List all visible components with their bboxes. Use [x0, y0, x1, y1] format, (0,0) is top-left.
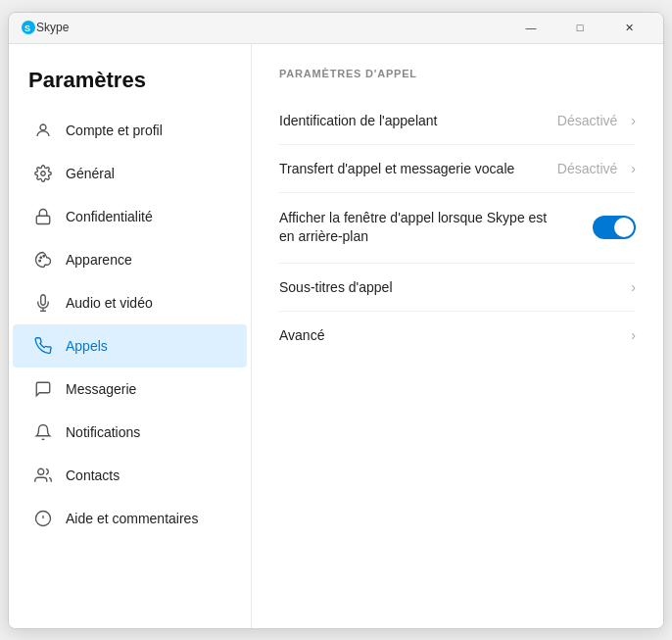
chevron-icon-sous-titres: ›	[631, 279, 636, 295]
minimize-button[interactable]: —	[508, 12, 553, 43]
main-content: Paramètres Compte et profil	[9, 44, 663, 628]
svg-point-3	[41, 171, 46, 175]
setting-label-identification: Identification de l'appelant	[279, 113, 557, 128]
svg-point-2	[40, 124, 46, 130]
sidebar-item-audio-label: Audio et vidéo	[66, 295, 153, 311]
setting-row-transfert[interactable]: Transfert d'appel et messagerie vocale D…	[279, 145, 636, 193]
setting-row-afficher[interactable]: Afficher la fenêtre d'appel lorsque Skyp…	[279, 193, 636, 264]
setting-right-afficher	[593, 216, 636, 239]
sidebar-item-appels[interactable]: Appels	[13, 324, 247, 368]
setting-right-sous-titres: ›	[631, 279, 636, 295]
contacts-icon	[32, 465, 54, 486]
paint-icon	[32, 249, 54, 271]
chevron-icon-avance: ›	[631, 327, 636, 343]
person-icon	[32, 120, 54, 141]
setting-label-transfert: Transfert d'appel et messagerie vocale	[279, 161, 557, 176]
setting-value-transfert: Désactivé	[557, 161, 617, 176]
phone-icon	[32, 335, 54, 357]
section-title: PARAMÈTRES D'APPEL	[279, 68, 636, 79]
setting-label-sous-titres: Sous-titres d'appel	[279, 279, 631, 295]
sidebar-item-appels-label: Appels	[66, 338, 108, 354]
svg-point-6	[40, 257, 42, 259]
svg-point-5	[39, 260, 41, 262]
setting-right-transfert: Désactivé ›	[557, 161, 636, 176]
sidebar-item-aide[interactable]: Aide et commentaires	[13, 497, 247, 540]
sidebar-item-messagerie[interactable]: Messagerie	[13, 368, 247, 411]
sidebar-item-notifications[interactable]: Notifications	[13, 411, 247, 454]
app-window: S Skype — □ ✕ Paramètres Compte et profi…	[8, 12, 664, 629]
lock-icon	[32, 206, 54, 227]
setting-row-sous-titres[interactable]: Sous-titres d'appel ›	[279, 264, 636, 312]
close-button[interactable]: ✕	[606, 12, 651, 43]
sidebar-item-messagerie-label: Messagerie	[66, 381, 136, 397]
sidebar-item-compte-label: Compte et profil	[66, 123, 163, 138]
titlebar-controls: — □ ✕	[508, 12, 651, 43]
info-icon	[32, 508, 54, 529]
sidebar-item-confidentialite[interactable]: Confidentialité	[13, 195, 247, 238]
titlebar: S Skype — □ ✕	[9, 13, 663, 44]
setting-label-avance: Avancé	[279, 327, 631, 343]
chevron-icon-identification: ›	[631, 113, 636, 128]
setting-row-avance[interactable]: Avancé ›	[279, 312, 636, 359]
setting-row-identification[interactable]: Identification de l'appelant Désactivé ›	[279, 97, 636, 145]
chat-icon	[32, 378, 54, 400]
svg-point-10	[38, 468, 44, 474]
sidebar-item-notifications-label: Notifications	[66, 424, 140, 440]
sidebar-item-general[interactable]: Général	[13, 152, 247, 195]
toggle-afficher[interactable]	[593, 216, 636, 239]
setting-right-avance: ›	[631, 327, 636, 343]
sidebar-item-general-label: Général	[66, 166, 115, 181]
chevron-icon-transfert: ›	[631, 161, 636, 176]
sidebar-title: Paramètres	[9, 44, 251, 109]
settings-panel: PARAMÈTRES D'APPEL Identification de l'a…	[252, 44, 663, 628]
maximize-button[interactable]: □	[557, 12, 602, 43]
skype-icon: S	[21, 20, 36, 35]
svg-point-7	[43, 255, 45, 257]
svg-text:S: S	[24, 24, 30, 33]
sidebar-item-compte[interactable]: Compte et profil	[13, 109, 247, 152]
setting-value-identification: Désactivé	[557, 113, 617, 128]
sidebar-item-contacts[interactable]: Contacts	[13, 454, 247, 497]
sidebar-item-aide-label: Aide et commentaires	[66, 511, 198, 526]
sidebar-item-audio[interactable]: Audio et vidéo	[13, 281, 247, 324]
gear-icon	[32, 163, 54, 184]
sidebar-item-apparence-label: Apparence	[66, 252, 132, 268]
sidebar: Paramètres Compte et profil	[9, 44, 252, 628]
setting-right-identification: Désactivé ›	[557, 113, 636, 128]
sidebar-item-apparence[interactable]: Apparence	[13, 238, 247, 281]
sidebar-item-contacts-label: Contacts	[66, 468, 120, 483]
sidebar-item-confidentialite-label: Confidentialité	[66, 209, 153, 224]
mic-icon	[32, 292, 54, 314]
setting-label-afficher: Afficher la fenêtre d'appel lorsque Skyp…	[279, 209, 593, 247]
titlebar-title: Skype	[36, 21, 508, 34]
svg-rect-4	[36, 216, 50, 223]
bell-icon	[32, 421, 54, 443]
